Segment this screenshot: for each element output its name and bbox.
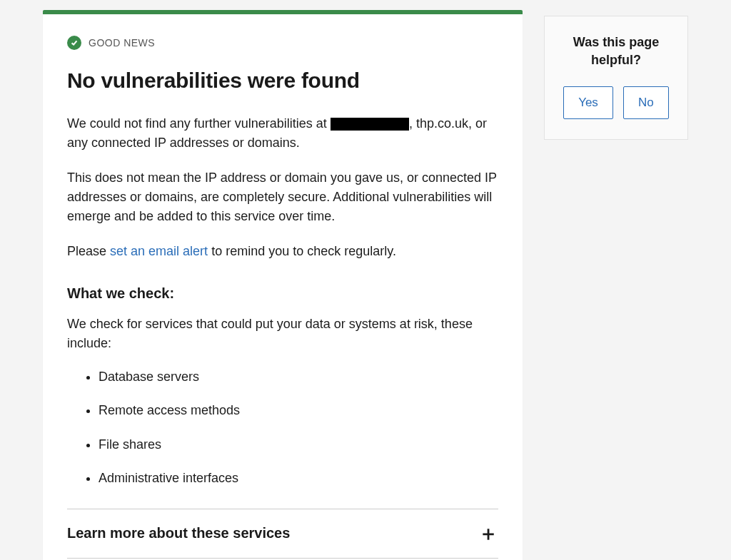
- summary-paragraph-3: Please set an email alert to remind you …: [67, 242, 498, 261]
- learn-more-accordion: Learn more about these services ＋: [67, 509, 498, 559]
- check-list: Database servers Remote access methods F…: [67, 360, 498, 496]
- feedback-panel: Was this page helpful? Yes No: [544, 16, 688, 140]
- check-intro: We check for services that could put you…: [67, 315, 498, 353]
- set-email-alert-link[interactable]: set an email alert: [110, 244, 208, 258]
- list-item: Remote access methods: [99, 394, 498, 427]
- list-item: Database servers: [99, 360, 498, 394]
- check-circle-icon: [67, 36, 81, 50]
- para3-prefix: Please: [67, 244, 110, 258]
- page-title: No vulnerabilities were found: [67, 68, 498, 93]
- redacted-block: [331, 118, 409, 131]
- feedback-button-row: Yes No: [558, 86, 675, 119]
- badge-label: GOOD NEWS: [89, 37, 155, 49]
- feedback-no-button[interactable]: No: [623, 86, 669, 119]
- main-result-card: GOOD NEWS No vulnerabilities were found …: [43, 10, 523, 560]
- summary-paragraph-1: We could not find any further vulnerabil…: [67, 114, 498, 153]
- feedback-title: Was this page helpful?: [558, 34, 675, 69]
- para3-suffix: to remind you to check regularly.: [208, 244, 396, 258]
- summary-paragraph-2: This does not mean the IP address or dom…: [67, 168, 498, 226]
- list-item: Administrative interfaces: [99, 462, 498, 495]
- para1-prefix: We could not find any further vulnerabil…: [67, 116, 331, 131]
- accordion-toggle[interactable]: Learn more about these services ＋: [67, 509, 498, 558]
- feedback-yes-button[interactable]: Yes: [563, 86, 613, 119]
- status-badge: GOOD NEWS: [67, 36, 498, 50]
- plus-icon: ＋: [478, 524, 498, 544]
- what-we-check-heading: What we check:: [67, 285, 498, 302]
- accordion-title: Learn more about these services: [67, 525, 290, 541]
- list-item: File shares: [99, 428, 498, 462]
